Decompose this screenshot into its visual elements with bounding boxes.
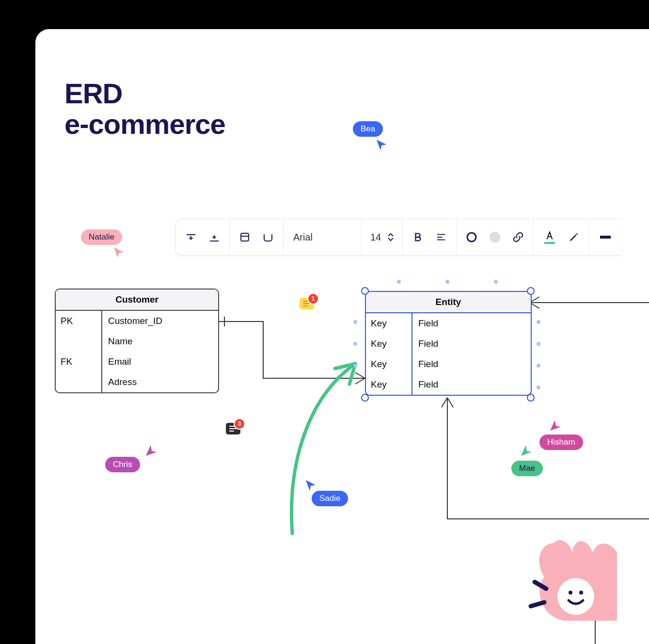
shape-fill-button[interactable] bbox=[464, 230, 479, 244]
link-button[interactable] bbox=[511, 230, 525, 244]
svg-point-11 bbox=[467, 233, 476, 242]
connection-anchor[interactable] bbox=[537, 342, 540, 346]
svg-point-15 bbox=[490, 232, 500, 242]
table-row[interactable]: Name bbox=[56, 331, 218, 352]
field-cell: Email bbox=[102, 352, 218, 372]
link-icon bbox=[512, 231, 524, 243]
field-cell: Field bbox=[412, 354, 531, 374]
key-cell: Key bbox=[366, 334, 412, 354]
circle-outline-icon bbox=[465, 231, 478, 243]
key-cell bbox=[56, 331, 102, 352]
font-size-value: 14 bbox=[370, 232, 381, 243]
bold-icon bbox=[412, 232, 423, 242]
connection-anchor[interactable] bbox=[353, 342, 357, 346]
cursor-icon bbox=[520, 444, 532, 456]
collaborator-tag-sadie: Sadie bbox=[312, 491, 348, 506]
cursor-icon bbox=[113, 246, 126, 259]
connection-anchor[interactable] bbox=[445, 280, 449, 284]
distribute-horizontal-icon bbox=[185, 231, 197, 243]
diagram-canvas[interactable]: ERD e-commerce Arial 14 bbox=[35, 29, 649, 644]
comment-count-badge: 3 bbox=[234, 418, 245, 430]
connection-anchor[interactable] bbox=[537, 364, 540, 368]
connection-anchor[interactable] bbox=[353, 364, 357, 368]
layout-stacked-icon bbox=[239, 231, 251, 243]
collaborator-tag-chris: Chris bbox=[105, 457, 140, 472]
collaborator-tag-hisham: Hisham bbox=[539, 435, 583, 450]
svg-rect-6 bbox=[241, 233, 249, 241]
pencil-icon bbox=[569, 232, 579, 242]
cursor-icon bbox=[305, 479, 317, 491]
font-size-increase-button[interactable] bbox=[388, 233, 394, 237]
table-row[interactable]: Key Field bbox=[366, 313, 531, 334]
collaborator-tag-bea: Bea bbox=[353, 121, 383, 137]
connection-anchor[interactable] bbox=[494, 280, 498, 284]
align-button[interactable] bbox=[434, 230, 448, 244]
font-size-control: 14 bbox=[362, 219, 403, 255]
selection-handle[interactable] bbox=[361, 394, 369, 402]
table-row[interactable]: Key Field bbox=[366, 334, 531, 354]
svg-point-16 bbox=[557, 578, 594, 615]
connection-anchor[interactable] bbox=[537, 386, 540, 389]
selection-handle[interactable] bbox=[527, 287, 535, 295]
field-cell: Field bbox=[412, 313, 531, 334]
field-cell: Field bbox=[412, 374, 531, 395]
connection-anchor[interactable] bbox=[353, 320, 357, 324]
field-cell: Name bbox=[102, 331, 218, 352]
highlight-button[interactable] bbox=[567, 230, 581, 244]
collaborator-tag-mae: Mae bbox=[511, 461, 543, 476]
table-row[interactable]: Adress bbox=[56, 372, 218, 392]
cursor-icon bbox=[376, 139, 388, 151]
ok-hand-sticker bbox=[520, 524, 632, 635]
erd-table-header: Customer bbox=[56, 290, 218, 311]
bold-button[interactable] bbox=[411, 230, 425, 244]
distribute-vertical-button[interactable] bbox=[207, 230, 222, 244]
table-row[interactable]: FK Email bbox=[56, 352, 218, 372]
font-family-select[interactable]: Arial bbox=[284, 219, 362, 255]
layout-container-icon bbox=[262, 231, 274, 243]
diagram-title: ERD e-commerce bbox=[64, 79, 225, 139]
cursor-icon bbox=[549, 419, 561, 431]
cursor-icon bbox=[145, 444, 158, 457]
font-size-decrease-button[interactable] bbox=[388, 238, 394, 242]
field-cell: Field bbox=[412, 334, 531, 354]
key-cell: PK bbox=[56, 311, 102, 331]
table-row[interactable]: PK Customer_ID bbox=[56, 311, 218, 331]
key-cell: Key bbox=[366, 374, 412, 395]
table-row[interactable]: Key Field bbox=[366, 354, 531, 374]
key-cell: Key bbox=[366, 354, 412, 374]
text-color-icon bbox=[544, 230, 555, 241]
connection-anchor[interactable] bbox=[537, 320, 540, 324]
key-cell: Key bbox=[366, 313, 412, 334]
collaborator-tag-natalie: Natalie bbox=[81, 229, 122, 245]
erd-table-header: Entity bbox=[366, 292, 531, 313]
text-color-button[interactable] bbox=[541, 230, 558, 244]
formatting-toolbar: Arial 14 bbox=[175, 219, 621, 256]
comment-count-badge: 1 bbox=[307, 293, 319, 305]
field-cell: Customer_ID bbox=[102, 311, 218, 331]
field-cell: Adress bbox=[102, 372, 218, 392]
svg-point-18 bbox=[579, 591, 583, 595]
opacity-button[interactable] bbox=[488, 230, 502, 244]
comment-indicator[interactable]: 3 bbox=[226, 423, 240, 437]
layout-container-button[interactable] bbox=[261, 230, 275, 244]
selection-handle[interactable] bbox=[527, 394, 535, 402]
connection-anchor[interactable] bbox=[397, 280, 401, 284]
key-cell bbox=[56, 372, 102, 392]
erd-table-entity[interactable]: Entity Key Field Key Field Key Field Key… bbox=[365, 291, 532, 396]
distribute-vertical-icon bbox=[208, 231, 220, 243]
distribute-horizontal-button[interactable] bbox=[184, 230, 198, 244]
selection-handle[interactable] bbox=[361, 287, 369, 295]
layout-stacked-button[interactable] bbox=[237, 230, 252, 244]
stroke-color-swatch bbox=[600, 236, 611, 239]
erd-table-customer[interactable]: Customer PK Customer_ID Name FK Email Ad… bbox=[55, 289, 219, 393]
table-row[interactable]: Key Field bbox=[366, 374, 531, 395]
key-cell: FK bbox=[56, 352, 102, 372]
align-left-icon bbox=[436, 232, 446, 242]
svg-point-17 bbox=[569, 591, 572, 595]
transparency-icon bbox=[489, 231, 501, 243]
stroke-color-button[interactable] bbox=[597, 236, 614, 239]
comment-indicator[interactable]: 1 bbox=[300, 298, 314, 312]
text-color-swatch bbox=[544, 242, 555, 244]
